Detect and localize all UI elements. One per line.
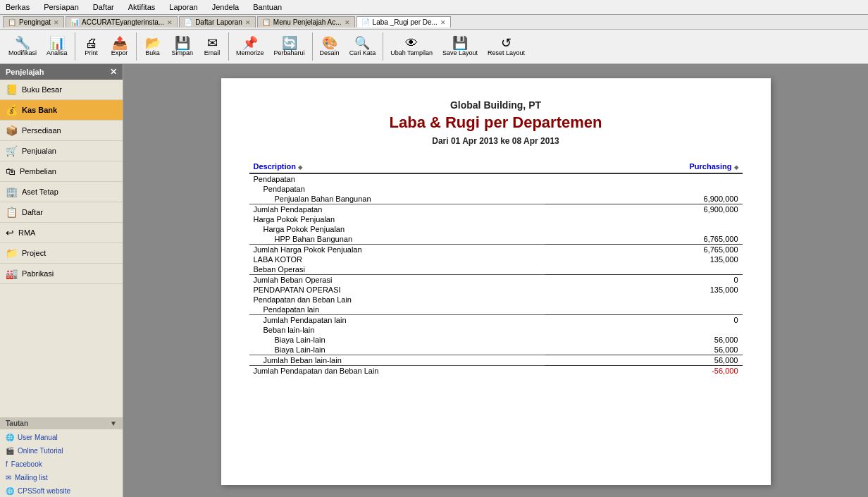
- row-value: 6,765,000: [545, 245, 743, 255]
- row-value: 135,000: [545, 254, 743, 264]
- menu-daftar[interactable]: Daftar: [90, 1, 117, 13]
- row-label: Beban Operasi: [249, 264, 545, 275]
- pabrikasi-icon: 🏭: [6, 268, 18, 279]
- tab-menu-penjelajah[interactable]: 📋 Menu Penjelajah Ac... ✕: [257, 16, 355, 27]
- simpan-button[interactable]: 💾 Simpan: [168, 35, 198, 58]
- sidebar-item-aset-tetap[interactable]: 🏢 Aset Tetap: [0, 182, 123, 202]
- tab-close-daftar-laporan[interactable]: ✕: [245, 19, 251, 26]
- modifikasi-icon: 🔧: [15, 37, 30, 49]
- link-mailing-list[interactable]: ✉ Mailing list: [0, 471, 123, 484]
- tab-close-pengingat[interactable]: ✕: [54, 19, 59, 26]
- menu-bantuan[interactable]: Bantuan: [250, 1, 285, 13]
- perbaharui-button[interactable]: 🔄 Perbaharui: [270, 35, 309, 58]
- purchasing-sort-icon[interactable]: ◆: [734, 164, 738, 171]
- description-sort-icon[interactable]: ◆: [298, 164, 302, 171]
- tab-laba-rugi[interactable]: 📄 Laba _Rugi per De... ✕: [356, 16, 451, 27]
- menu-laporan[interactable]: Laporan: [166, 1, 200, 13]
- print-icon: 🖨: [85, 37, 98, 49]
- tab-icon-laba-rugi: 📄: [361, 18, 370, 26]
- tab-daftar-laporan[interactable]: 📄 Daftar Laporan ✕: [179, 16, 256, 27]
- toolbar-sep-3: [228, 32, 229, 61]
- tab-label-accurate: ACCURATEyangterinsta...: [82, 18, 164, 26]
- online-tutorial-icon: 🎬: [6, 447, 14, 455]
- buka-label: Buka: [145, 49, 160, 56]
- table-row: Beban Operasi: [249, 264, 743, 275]
- expor-button[interactable]: 📤 Expor: [106, 35, 133, 58]
- sidebar-item-pabrikasi[interactable]: 🏭 Pabrikasi: [0, 264, 123, 284]
- modifikasi-button[interactable]: 🔧 Modifikasi: [4, 35, 41, 58]
- tab-pengingat[interactable]: 📋 Pengingat ✕: [3, 16, 64, 27]
- row-label: Jumlah Beban Operasi: [249, 275, 545, 286]
- col-header-purchasing[interactable]: Purchasing ◆: [545, 160, 743, 173]
- sidebar-title: Penjelajah: [6, 68, 44, 76]
- sidebar-label-persediaan: Persediaan: [22, 126, 61, 135]
- row-value: [545, 173, 743, 184]
- table-row: Pendapatan: [249, 173, 743, 184]
- link-facebook[interactable]: f Facebook: [0, 458, 123, 471]
- menu-persiapan[interactable]: Persiapan: [41, 1, 82, 13]
- sidebar-close-button[interactable]: ✕: [110, 67, 117, 77]
- ubah-tampilan-button[interactable]: 👁 Ubah Tampilan: [386, 35, 437, 58]
- row-label: LABA KOTOR: [249, 254, 545, 264]
- save-layout-button[interactable]: 💾 Save Layout: [438, 35, 482, 58]
- row-value: 56,000: [545, 345, 743, 355]
- sidebar-header: Penjelajah ✕: [0, 64, 123, 80]
- penjualan-icon: 🛒: [6, 145, 18, 157]
- toolbar-sep-4: [312, 32, 313, 61]
- tabs-bar: 📋 Pengingat ✕ 📊 ACCURATEyangterinsta... …: [0, 15, 868, 30]
- table-row: Pendapatan lain: [249, 305, 743, 315]
- tab-close-accurate[interactable]: ✕: [167, 19, 173, 26]
- sidebar-item-rma[interactable]: ↩ RMA: [0, 223, 123, 243]
- row-label: Biaya Lain-lain: [249, 335, 545, 345]
- analisa-button[interactable]: 📊 Analisa: [42, 35, 72, 58]
- table-row: Jumlah Pendapatan dan Beban Lain-56,000: [249, 366, 743, 376]
- sidebar-label-pabrikasi: Pabrikasi: [22, 269, 54, 278]
- table-row: Jumlah Pendapatan lain0: [249, 315, 743, 326]
- perbaharui-label: Perbaharui: [274, 49, 305, 56]
- sidebar-label-penjualan: Penjualan: [22, 147, 56, 155]
- tab-close-menu-penjelajah[interactable]: ✕: [345, 19, 350, 26]
- memorize-button[interactable]: 📌 Memorize: [232, 35, 268, 58]
- tab-accurate[interactable]: 📊 ACCURATEyangterinsta... ✕: [66, 16, 178, 27]
- row-label: Jumlah Harga Pokok Penjualan: [249, 245, 545, 255]
- sidebar-item-penjualan[interactable]: 🛒 Penjualan: [0, 141, 123, 161]
- row-label: Pendapatan dan Beban Lain: [249, 295, 545, 305]
- link-cpssoft-website[interactable]: 🌐 CPSSoft website: [0, 484, 123, 497]
- tab-icon-menu-penjelajah: 📋: [262, 18, 271, 26]
- sidebar-item-buku-besar[interactable]: 📒 Buku Besar: [0, 80, 123, 100]
- sidebar-item-daftar[interactable]: 📋 Daftar: [0, 202, 123, 223]
- cari-kata-icon: 🔍: [354, 37, 370, 49]
- row-value: [545, 325, 743, 335]
- row-label: Jumlah Beban lain-lain: [249, 355, 545, 366]
- sidebar-item-project[interactable]: 📁 Project: [0, 243, 123, 264]
- tautan-collapse-icon[interactable]: ▼: [110, 419, 117, 427]
- table-row: Harga Pokok Penjualan: [249, 224, 743, 234]
- row-value: [545, 184, 743, 194]
- table-row: Jumlah Harga Pokok Penjualan6,765,000: [249, 245, 743, 255]
- link-user-manual[interactable]: 🌐 User Manual: [0, 431, 123, 444]
- menu-berkas[interactable]: Berkas: [3, 1, 32, 13]
- row-value: 135,000: [545, 285, 743, 295]
- tab-label-laba-rugi: Laba _Rugi per De...: [373, 18, 438, 26]
- tab-close-laba-rugi[interactable]: ✕: [440, 19, 446, 26]
- cari-kata-button[interactable]: 🔍 Cari Kata: [345, 35, 380, 58]
- desain-button[interactable]: 🎨 Desain: [316, 35, 344, 58]
- print-button[interactable]: 🖨 Print: [78, 35, 105, 58]
- memorize-icon: 📌: [242, 37, 258, 49]
- row-value: -56,000: [545, 366, 743, 376]
- sidebar-item-kas-bank[interactable]: 💰 Kas Bank: [0, 100, 123, 121]
- email-button[interactable]: ✉ Email: [199, 35, 225, 58]
- row-label: Jumlah Pendapatan dan Beban Lain: [249, 366, 545, 376]
- sidebar-item-persediaan[interactable]: 📦 Persediaan: [0, 121, 123, 141]
- menu-jendela[interactable]: Jendela: [209, 1, 242, 13]
- cari-kata-label: Cari Kata: [349, 49, 376, 56]
- buka-button[interactable]: 📂 Buka: [140, 35, 166, 58]
- sidebar-item-pembelian[interactable]: 🛍 Pembelian: [0, 161, 123, 182]
- sidebar-label-project: Project: [22, 249, 46, 257]
- col-header-description[interactable]: Description ◆: [249, 160, 545, 173]
- reset-layout-button[interactable]: ↺ Reset Layout: [483, 35, 529, 58]
- sidebar-spacer: [0, 284, 123, 412]
- row-value: 6,765,000: [545, 234, 743, 245]
- link-online-tutorial[interactable]: 🎬 Online Tutorial: [0, 444, 123, 458]
- menu-aktifitas[interactable]: Aktifitas: [125, 1, 159, 13]
